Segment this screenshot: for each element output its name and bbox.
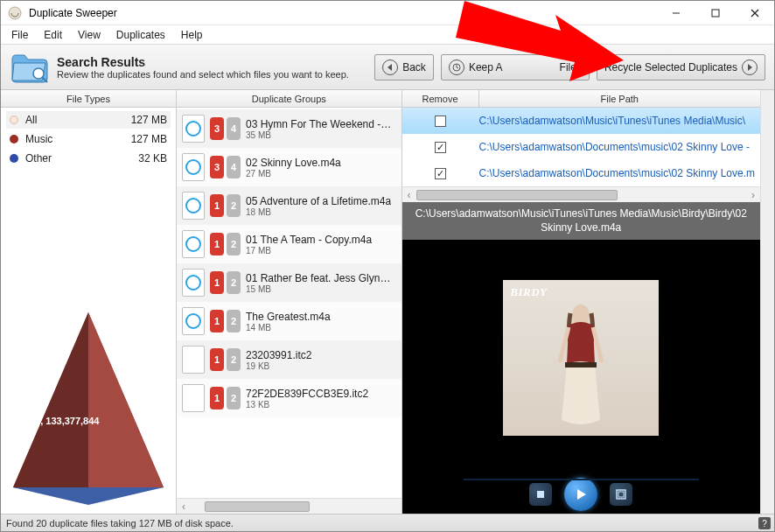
- clock-icon: [449, 60, 464, 75]
- music-file-icon: [182, 230, 205, 258]
- group-file-name: 05 Adventure of a Lifetime.m4a: [246, 195, 391, 207]
- count-chips: 1 2: [210, 348, 241, 371]
- help-icon[interactable]: ?: [758, 517, 771, 529]
- fullscreen-button[interactable]: [610, 483, 632, 506]
- group-file-size: 14 MB: [246, 323, 331, 332]
- file-path-text: C:\Users\adamwatson\Music\iTunes\iTunes …: [479, 115, 760, 127]
- duplicate-group-row[interactable]: 1 2 The Greatest.m4a 14 MB: [177, 302, 401, 340]
- recycle-button[interactable]: Recycle Selected Duplicates: [597, 54, 765, 80]
- duplicate-groups-list[interactable]: 3 4 03 Hymn For The Weekend - Copy (2 35…: [177, 108, 401, 498]
- group-file-size: 19 KB: [246, 361, 311, 371]
- count-chip-red: 1: [210, 387, 224, 410]
- file-icon: [182, 384, 205, 412]
- status-text: Found 20 duplicate files taking 127 MB o…: [6, 518, 234, 528]
- menu-duplicates[interactable]: Duplicates: [109, 27, 172, 43]
- file-types-header: File Types: [1, 90, 176, 108]
- horizontal-scrollbar[interactable]: ‹: [177, 498, 401, 514]
- page-title: Search Results: [57, 55, 349, 69]
- vertical-scrollbar[interactable]: [760, 90, 774, 202]
- preview-file-path: C:\Users\adamwatson\Music\iTunes\iTunes …: [402, 202, 760, 240]
- count-chip-grey: 4: [227, 117, 241, 140]
- file-type-music[interactable]: Music 127 MB: [6, 130, 171, 148]
- group-file-name: 01 Rather Be feat. Jess Glynne - Cop: [246, 272, 393, 284]
- music-file-icon: [182, 115, 205, 143]
- count-chip-red: 1: [210, 271, 224, 294]
- dot-icon: [10, 116, 18, 124]
- svg-rect-19: [537, 491, 544, 498]
- preview-scrollbar-lower[interactable]: [760, 240, 774, 514]
- duplicate-group-row[interactable]: 1 2 23203991.itc2 19 KB: [177, 340, 401, 379]
- duplicate-groups-header: Duplicate Groups: [177, 90, 401, 108]
- count-chip-red: 1: [210, 310, 224, 332]
- duplicate-group-row[interactable]: 3 4 02 Skinny Love.m4a 27 MB: [177, 148, 401, 186]
- app-icon: [6, 4, 24, 22]
- music-file-icon: [182, 192, 205, 220]
- svg-marker-16: [13, 487, 164, 505]
- group-file-size: 15 MB: [246, 284, 393, 294]
- count-chips: 1 2: [210, 233, 241, 256]
- progress-bar[interactable]: [464, 479, 699, 480]
- count-chip-grey: 4: [227, 156, 241, 178]
- group-file-size: 35 MB: [246, 130, 393, 140]
- menu-edit[interactable]: Edit: [37, 27, 69, 43]
- menu-help[interactable]: Help: [174, 27, 210, 43]
- remove-checkbox[interactable]: [435, 142, 446, 153]
- svg-rect-3: [712, 10, 719, 17]
- close-button[interactable]: [735, 1, 774, 25]
- file-type-other[interactable]: Other 32 KB: [6, 150, 171, 167]
- window-title: Duplicate Sweeper: [29, 7, 117, 19]
- duplicate-file-list: C:\Users\adamwatson\Music\iTunes\iTunes …: [402, 108, 760, 186]
- file-path-text: C:\Users\adamwatson\Documents\music\02 S…: [479, 141, 760, 153]
- count-chip-red: 1: [210, 348, 224, 371]
- count-chip-red: 3: [210, 156, 224, 178]
- folder-search-icon: [10, 50, 50, 85]
- duplicate-group-row[interactable]: 1 2 01 Rather Be feat. Jess Glynne - Cop…: [177, 263, 401, 302]
- menu-file[interactable]: File: [4, 27, 35, 43]
- remove-checkbox[interactable]: [435, 168, 446, 179]
- svg-marker-8: [388, 64, 392, 71]
- group-file-name: 23203991.itc2: [246, 349, 311, 361]
- remove-column-header: Remove: [402, 90, 479, 108]
- file-row[interactable]: C:\Users\adamwatson\Music\iTunes\iTunes …: [402, 108, 760, 134]
- stop-button[interactable]: [529, 483, 552, 506]
- player-controls: [402, 475, 760, 514]
- group-file-size: 18 MB: [246, 207, 391, 217]
- count-chip-red: 3: [210, 117, 224, 140]
- count-chips: 1 2: [210, 271, 241, 294]
- file-path-text: C:\Users\adamwatson\Documents\music\02 S…: [479, 167, 760, 179]
- group-file-name: 03 Hymn For The Weekend - Copy (2: [246, 118, 393, 130]
- music-file-icon: [182, 269, 205, 297]
- duplicate-group-row[interactable]: 1 2 05 Adventure of a Lifetime.m4a 18 MB: [177, 186, 401, 225]
- file-type-all[interactable]: All 127 MB: [6, 111, 171, 129]
- count-chips: 1 2: [210, 194, 241, 217]
- preview-scrollbar[interactable]: [760, 202, 774, 240]
- play-button[interactable]: [564, 478, 597, 511]
- dot-icon: [10, 135, 18, 144]
- header-toolbar: Search Results Review the duplicates fou…: [1, 45, 774, 90]
- file-row[interactable]: C:\Users\adamwatson\Documents\music\02 S…: [402, 134, 760, 160]
- count-chips: 1 2: [210, 387, 241, 410]
- keep-button[interactable]: Keep A Files: [441, 54, 590, 80]
- file-row[interactable]: C:\Users\adamwatson\Documents\music\02 S…: [402, 160, 760, 186]
- minimize-button[interactable]: [656, 1, 695, 25]
- svg-marker-14: [13, 312, 88, 500]
- count-chip-red: 1: [210, 194, 224, 217]
- svg-line-11: [457, 67, 458, 68]
- duplicate-group-row[interactable]: 3 4 03 Hymn For The Weekend - Copy (2 35…: [177, 109, 401, 148]
- keep-label: Keep A: [469, 61, 503, 74]
- menu-view[interactable]: View: [71, 27, 108, 43]
- duplicate-group-row[interactable]: 1 2 72F2DE839FCCB3E9.itc2 13 KB: [177, 379, 401, 417]
- album-logo: BIRDY: [510, 285, 547, 299]
- duplicate-group-row[interactable]: 1 2 01 The A Team - Copy.m4a 17 MB: [177, 225, 401, 263]
- file-list-scrollbar[interactable]: ‹›: [402, 186, 760, 202]
- remove-checkbox[interactable]: [435, 116, 446, 127]
- back-arrow-icon: [382, 60, 398, 75]
- maximize-button[interactable]: [695, 1, 735, 25]
- album-art-area: BIRDY: [402, 240, 760, 475]
- album-art: BIRDY: [503, 280, 659, 436]
- count-chip-grey: 2: [227, 310, 241, 332]
- svg-rect-18: [565, 362, 597, 368]
- duplicate-groups-panel: Duplicate Groups 3 4 03 Hymn For The Wee…: [177, 90, 402, 514]
- keep-label-suffix: Files: [560, 61, 582, 74]
- back-button[interactable]: Back: [374, 54, 434, 80]
